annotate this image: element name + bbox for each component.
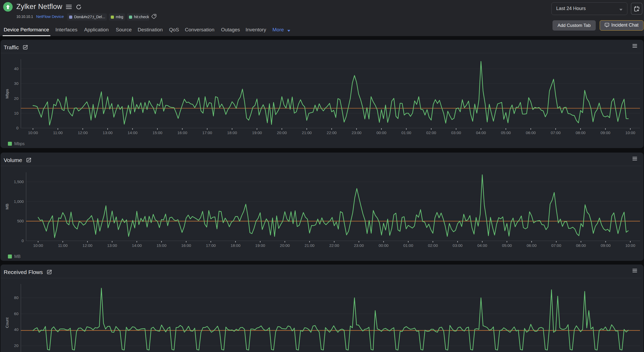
svg-text:00:00: 00:00 bbox=[379, 243, 389, 248]
svg-text:23:00: 23:00 bbox=[352, 130, 362, 135]
svg-text:17:00: 17:00 bbox=[202, 130, 212, 135]
svg-text:0: 0 bbox=[22, 238, 24, 243]
svg-text:21:00: 21:00 bbox=[305, 243, 315, 248]
svg-text:23:00: 23:00 bbox=[354, 243, 364, 248]
svg-text:15:00: 15:00 bbox=[152, 130, 162, 135]
svg-text:13:00: 13:00 bbox=[107, 243, 117, 248]
svg-text:Count: Count bbox=[5, 317, 9, 328]
svg-text:07:00: 07:00 bbox=[551, 243, 561, 248]
svg-text:03:00: 03:00 bbox=[453, 243, 463, 248]
svg-text:07:00: 07:00 bbox=[551, 130, 561, 135]
svg-text:MB: MB bbox=[5, 204, 9, 210]
svg-text:02:00: 02:00 bbox=[426, 130, 436, 135]
svg-text:1,500: 1,500 bbox=[14, 179, 24, 184]
svg-text:14:00: 14:00 bbox=[128, 130, 138, 135]
svg-text:05:00: 05:00 bbox=[502, 243, 512, 248]
svg-text:21:00: 21:00 bbox=[302, 130, 312, 135]
svg-text:1,000: 1,000 bbox=[14, 199, 24, 204]
svg-text:20: 20 bbox=[14, 96, 18, 101]
svg-text:30: 30 bbox=[14, 81, 18, 86]
svg-text:18:00: 18:00 bbox=[230, 243, 241, 248]
svg-text:04:00: 04:00 bbox=[476, 130, 486, 135]
svg-text:09:00: 09:00 bbox=[600, 130, 611, 135]
svg-text:09:00: 09:00 bbox=[601, 243, 611, 248]
svg-text:13:00: 13:00 bbox=[103, 130, 113, 135]
svg-text:19:00: 19:00 bbox=[252, 130, 262, 135]
svg-text:05:00: 05:00 bbox=[501, 130, 511, 135]
svg-text:01:00: 01:00 bbox=[403, 243, 413, 248]
svg-text:02:00: 02:00 bbox=[428, 243, 438, 248]
svg-text:00:00: 00:00 bbox=[377, 130, 387, 135]
svg-text:16:00: 16:00 bbox=[177, 130, 188, 135]
svg-text:Mbps: Mbps bbox=[5, 89, 9, 99]
svg-text:20:00: 20:00 bbox=[280, 243, 290, 248]
svg-text:01:00: 01:00 bbox=[401, 130, 411, 135]
svg-text:08:00: 08:00 bbox=[576, 243, 586, 248]
svg-text:11:00: 11:00 bbox=[58, 243, 68, 248]
svg-text:10:00: 10:00 bbox=[28, 130, 38, 135]
svg-text:06:00: 06:00 bbox=[527, 243, 537, 248]
svg-text:12:00: 12:00 bbox=[78, 130, 88, 135]
svg-text:22:00: 22:00 bbox=[327, 130, 337, 135]
svg-text:17:00: 17:00 bbox=[206, 243, 216, 248]
svg-text:0: 0 bbox=[16, 126, 18, 130]
svg-text:40: 40 bbox=[14, 327, 18, 332]
svg-text:16:00: 16:00 bbox=[181, 243, 191, 248]
svg-text:60: 60 bbox=[14, 311, 18, 316]
svg-text:18:00: 18:00 bbox=[227, 130, 237, 135]
svg-text:08:00: 08:00 bbox=[576, 130, 586, 135]
svg-text:10:00: 10:00 bbox=[33, 243, 43, 248]
svg-text:04:00: 04:00 bbox=[477, 243, 487, 248]
svg-text:14:00: 14:00 bbox=[132, 243, 142, 248]
svg-text:10:00: 10:00 bbox=[625, 243, 635, 248]
svg-text:10:00: 10:00 bbox=[625, 130, 635, 135]
svg-text:03:00: 03:00 bbox=[451, 130, 461, 135]
svg-text:20:00: 20:00 bbox=[277, 130, 287, 135]
svg-text:22:00: 22:00 bbox=[329, 243, 339, 248]
svg-text:40: 40 bbox=[14, 66, 18, 71]
svg-text:500: 500 bbox=[17, 219, 24, 223]
svg-text:12:00: 12:00 bbox=[83, 243, 93, 248]
svg-text:80: 80 bbox=[14, 295, 18, 300]
svg-text:15:00: 15:00 bbox=[157, 243, 167, 248]
svg-text:10: 10 bbox=[14, 111, 18, 115]
svg-text:20: 20 bbox=[14, 343, 18, 348]
svg-text:11:00: 11:00 bbox=[53, 130, 63, 135]
svg-text:19:00: 19:00 bbox=[255, 243, 265, 248]
svg-text:06:00: 06:00 bbox=[526, 130, 536, 135]
